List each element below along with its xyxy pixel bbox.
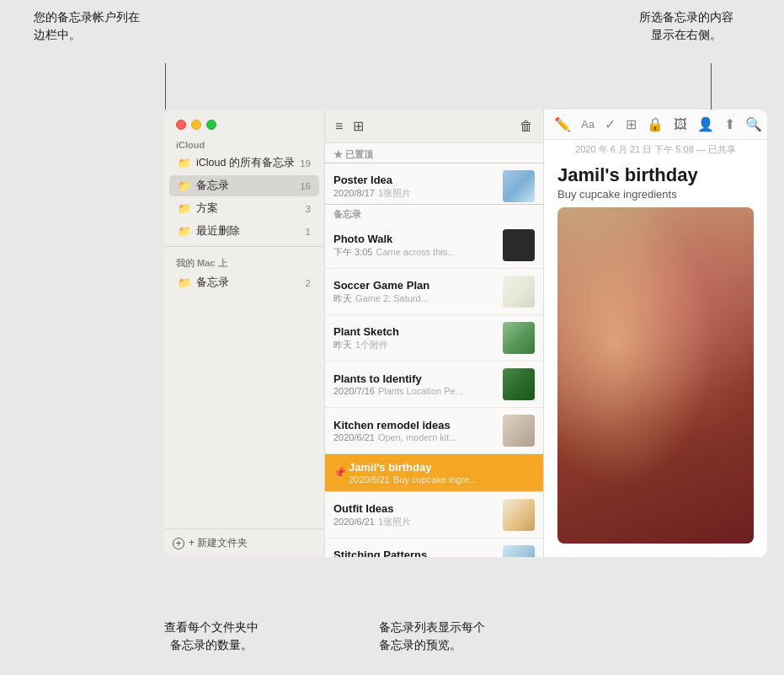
detail-toolbar: ✏️ Aa ✓ ⊞ 🔒 🖼 👤 ⬆ 🔍 (544, 110, 767, 140)
note-title[interactable]: Jamil's birthday (544, 159, 767, 188)
note-thumbnail (503, 368, 535, 400)
note-detail-panel: ✏️ Aa ✓ ⊞ 🔒 🖼 👤 ⬆ 🔍 2020 年 6 月 21 日 下午 5… (543, 110, 767, 557)
sidebar-item-drafts-count: 3 (306, 204, 311, 214)
annotation-bottom-right: 备忘录列表显示每个 备忘录的预览。 (379, 619, 485, 654)
note-thumbnail (503, 499, 535, 531)
search-icon[interactable]: 🔍 (745, 116, 762, 132)
note-date: 昨天 (333, 292, 352, 305)
note-meta: 2020/7/16 Plants Location Pe... (333, 386, 496, 396)
new-folder-button[interactable]: + + 新建文件夹 (164, 528, 324, 557)
note-meta: 2020/6/21 Open, modern kit... (333, 432, 496, 442)
note-date: 2020/7/16 (333, 386, 375, 396)
sidebar-item-mac-notes[interactable]: 📁 备忘录 2 (169, 272, 319, 293)
note-thumbnail (503, 322, 535, 354)
note-image (557, 207, 754, 544)
sidebar-item-drafts[interactable]: 📁 方案 3 (169, 198, 319, 219)
note-item-outfit-ideas[interactable]: Outfit Ideas 2020/6/21 1张照片 (325, 492, 543, 538)
note-meta: 昨天 1个附件 (333, 339, 496, 351)
share-icon[interactable]: ⬆ (724, 116, 735, 132)
note-preview: 1张照片 (378, 516, 411, 528)
note-item-jamils-birthday[interactable]: 📌 Jamil's birthday 2020/6/21 Buy cupcake… (325, 454, 543, 492)
annotation-top-right: 所选备忘录的内容 显示在右侧。 (639, 8, 733, 44)
close-button[interactable] (176, 120, 186, 130)
note-preview: Buy cupcake ingre... (393, 474, 477, 485)
pinned-section-header: ★ 已置顶 (325, 143, 543, 163)
note-preview: 1个附件 (355, 339, 388, 351)
sidebar-divider (164, 246, 324, 247)
note-item-left: Plants to Identify 2020/7/16 Plants Loca… (333, 368, 496, 400)
note-item-left: Photo Walk 下午 3:05 Came across this... (333, 229, 496, 261)
note-title: Photo Walk (333, 233, 496, 245)
collaborate-icon[interactable]: 👤 (697, 116, 714, 132)
sidebar-item-notes[interactable]: 📁 备忘录 16 (169, 175, 319, 196)
minimize-button[interactable] (191, 120, 201, 130)
sidebar-item-recently-deleted[interactable]: 📁 最近删除 1 (169, 221, 319, 242)
note-meta: 2020/6/21 1张照片 (333, 516, 496, 528)
note-item-poster-idea[interactable]: Poster Idea 2020/8/17 1张照片 (325, 163, 543, 205)
compose-icon[interactable]: ✏️ (554, 116, 571, 132)
sidebar-item-recently-deleted-label: 最近删除 (196, 224, 302, 238)
note-preview: 1张照片 (378, 187, 411, 200)
note-title: Plants to Identify (333, 372, 496, 385)
annotation-bottom-left: 查看每个文件夹中 备忘录的数量。 (164, 619, 259, 654)
note-thumbnail (503, 170, 535, 202)
traffic-lights (164, 110, 324, 137)
cupcake-image (557, 207, 754, 544)
lock-icon[interactable]: 🔒 (647, 116, 664, 132)
note-date: 昨天 (333, 339, 352, 351)
note-item-plants-to-identify[interactable]: Plants to Identify 2020/7/16 Plants Loca… (325, 362, 543, 408)
sidebar: iCloud 📁 iCloud 的所有备忘录 19 📁 备忘录 16 📁 方案 … (164, 110, 324, 557)
note-item-left: Soccer Game Plan 昨天 Game 2: Saturd... (333, 276, 496, 308)
sidebar-item-all-notes-count: 19 (300, 158, 311, 169)
sidebar-item-recently-deleted-count: 1 (306, 227, 311, 237)
list-view-icon[interactable]: ≡ (333, 117, 344, 136)
note-item-left: Outfit Ideas 2020/6/21 1张照片 (333, 499, 496, 531)
sidebar-item-all-notes[interactable]: 📁 iCloud 的所有备忘录 19 (169, 153, 319, 174)
note-preview: Plants Location Pe... (378, 386, 463, 396)
image-icon[interactable]: 🖼 (674, 117, 687, 132)
note-thumbnail (503, 276, 535, 308)
note-preview: Game 2: Saturd... (355, 293, 429, 303)
note-item-left: Poster Idea 2020/8/17 1张照片 (333, 170, 496, 202)
note-item-stitching-patterns[interactable]: Stitching Patterns 2020/6/16 1张照片 (325, 538, 543, 557)
note-item-kitchen-remodel[interactable]: Kitchen remodel ideas 2020/6/21 Open, mo… (325, 408, 543, 454)
annotation-line-left (165, 63, 166, 110)
sidebar-item-mac-notes-count: 2 (306, 278, 311, 288)
font-icon[interactable]: Aa (581, 118, 595, 131)
note-preview: Open, modern kit... (378, 432, 457, 442)
table-icon[interactable]: ⊞ (626, 116, 637, 132)
note-item-left: Jamil's birthday 2020/6/21 Buy cupcake i… (349, 461, 535, 485)
checklist-icon[interactable]: ✓ (605, 116, 616, 132)
note-title: Kitchen remodel ideas (333, 419, 496, 431)
note-date: 2020/6/21 (333, 432, 375, 442)
notes-section-header: 备忘录 (325, 205, 543, 222)
note-item-left: Kitchen remodel ideas 2020/6/21 Open, mo… (333, 415, 496, 447)
annotation-top-left: 您的备忘录帐户列在 边栏中。 (34, 8, 140, 44)
sidebar-item-notes-count: 16 (300, 181, 311, 191)
folder-icon-5: 📁 (178, 276, 191, 290)
note-title: Plant Sketch (333, 325, 496, 338)
note-date: 2020/6/21 (333, 517, 375, 527)
grid-view-icon[interactable]: ⊞ (351, 116, 365, 136)
maximize-button[interactable] (206, 120, 216, 130)
note-item-left: Stitching Patterns 2020/6/16 1张照片 (333, 545, 496, 557)
note-meta: 下午 3:05 Came across this... (333, 246, 496, 259)
folder-icon-2: 📁 (178, 179, 191, 193)
note-subtitle[interactable]: Buy cupcake ingredients (544, 188, 767, 207)
note-item-plant-sketch[interactable]: Plant Sketch 昨天 1个附件 (325, 315, 543, 362)
note-item-soccer-game-plan[interactable]: Soccer Game Plan 昨天 Game 2: Saturd... (325, 269, 543, 315)
folder-icon-4: 📁 (178, 225, 191, 238)
pinned-header-text: ★ 已置顶 (333, 148, 373, 161)
delete-icon[interactable]: 🗑 (518, 117, 535, 136)
sidebar-item-drafts-label: 方案 (196, 201, 302, 216)
note-date: 2020/8/17 (333, 188, 375, 198)
note-thumbnail (503, 545, 535, 557)
folder-icon: 📁 (178, 157, 191, 170)
note-status: 2020 年 6 月 21 日 下午 5:08 — 已共享 (544, 140, 767, 159)
sidebar-item-notes-label: 备忘录 (196, 179, 296, 193)
note-item-photo-walk[interactable]: Photo Walk 下午 3:05 Came across this... (325, 222, 543, 269)
annotation-line-right (711, 63, 712, 110)
note-preview: Came across this... (376, 247, 455, 257)
note-title: Poster Idea (333, 174, 496, 186)
note-meta: 昨天 Game 2: Saturd... (333, 292, 496, 305)
